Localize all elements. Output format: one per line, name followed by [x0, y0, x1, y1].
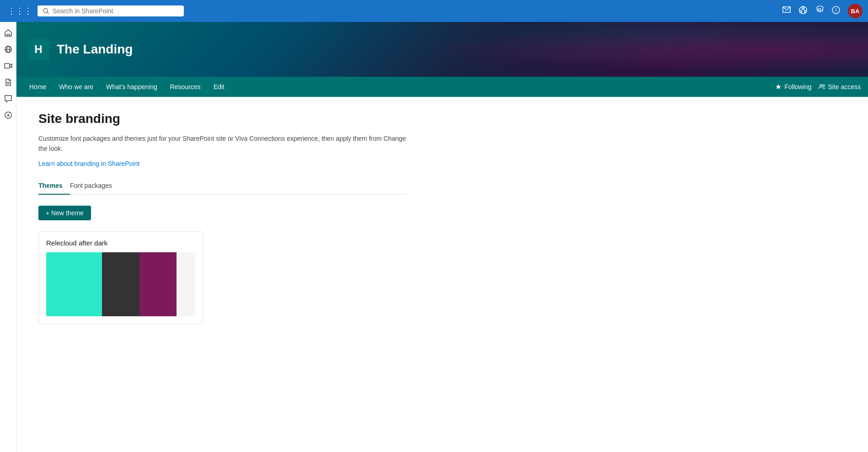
site-logo: H — [27, 38, 49, 60]
svg-point-21 — [820, 85, 822, 87]
sidebar-globe-icon[interactable] — [1, 42, 16, 57]
sidebar-home-icon[interactable] — [1, 26, 16, 40]
user-avatar[interactable]: BA — [848, 4, 863, 18]
svg-rect-14 — [5, 64, 10, 68]
people-icon — [819, 84, 825, 90]
site-title: The Landing — [57, 42, 133, 57]
site-access-label: Site access — [828, 83, 861, 90]
sidebar-add-icon[interactable] — [1, 108, 16, 122]
tab-themes[interactable]: Themes — [38, 178, 70, 195]
svg-point-3 — [802, 7, 804, 9]
search-icon — [43, 8, 49, 14]
nav-whats-happening[interactable]: What's happening — [101, 80, 163, 94]
learn-link[interactable]: Learn about branding in SharePoint — [38, 160, 139, 167]
top-bar-right: ? BA — [782, 4, 863, 18]
page-description: Customize font packages and themes just … — [38, 133, 406, 154]
svg-point-22 — [823, 85, 825, 86]
sidebar-chat-icon[interactable] — [1, 91, 16, 106]
svg-line-1 — [47, 12, 48, 14]
star-icon — [775, 84, 782, 90]
nav-home[interactable]: Home — [24, 80, 52, 94]
new-theme-button[interactable]: + New theme — [38, 206, 91, 220]
site-header: H The Landing — [16, 22, 868, 77]
nav-following-button[interactable]: Following — [775, 83, 811, 90]
swatch-light — [177, 252, 195, 316]
help-icon[interactable]: ? — [831, 5, 841, 17]
site-header-background — [357, 22, 868, 77]
svg-text:?: ? — [835, 7, 837, 14]
page-content: Site branding Customize font packages an… — [16, 97, 428, 339]
top-bar: ⋮⋮⋮ ? BA — [0, 0, 868, 22]
settings-icon[interactable] — [815, 5, 824, 17]
svg-line-7 — [803, 9, 805, 11]
theme-card-title: Relecloud after dark — [46, 239, 195, 247]
svg-marker-20 — [776, 84, 781, 89]
search-input[interactable] — [53, 7, 178, 15]
nav-bar: Home Who we are What's happening Resourc… — [16, 77, 868, 97]
svg-point-5 — [804, 11, 806, 13]
nav-links: Home Who we are What's happening Resourc… — [24, 80, 230, 94]
network-icon[interactable] — [798, 5, 808, 17]
swatch-purple — [139, 252, 177, 316]
svg-rect-10 — [7, 34, 10, 36]
sidebar-document-icon[interactable] — [1, 75, 16, 90]
nav-who-we-are[interactable]: Who we are — [54, 80, 99, 94]
left-sidebar — [0, 22, 16, 339]
following-label: Following — [784, 83, 811, 90]
swatch-dark — [102, 252, 139, 316]
tabs-container: Themes Font packages — [38, 178, 406, 195]
nav-resources[interactable]: Resources — [165, 80, 206, 94]
nav-site-access-button[interactable]: Site access — [819, 83, 861, 90]
main-area: H The Landing Home Who we are What's hap… — [16, 22, 868, 339]
swatch-cyan — [46, 252, 102, 316]
tab-font-packages[interactable]: Font packages — [70, 178, 119, 195]
chat-icon[interactable] — [782, 5, 791, 17]
waffle-icon[interactable]: ⋮⋮⋮ — [5, 4, 34, 18]
page-title: Site branding — [38, 112, 406, 126]
theme-swatches — [46, 252, 195, 316]
nav-right: Following Site access — [775, 83, 861, 90]
theme-card: Relecloud after dark — [38, 231, 203, 324]
search-box — [38, 5, 184, 16]
nav-edit[interactable]: Edit — [208, 80, 230, 94]
top-bar-left: ⋮⋮⋮ — [5, 4, 184, 18]
sidebar-video-icon[interactable] — [1, 58, 16, 73]
svg-line-6 — [801, 9, 803, 11]
svg-point-4 — [800, 11, 802, 13]
